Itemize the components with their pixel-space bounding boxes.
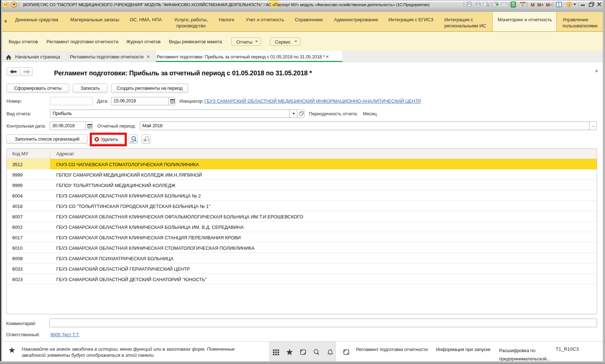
svg-text:i: i xyxy=(569,3,570,7)
svg-text:31: 31 xyxy=(521,4,525,7)
